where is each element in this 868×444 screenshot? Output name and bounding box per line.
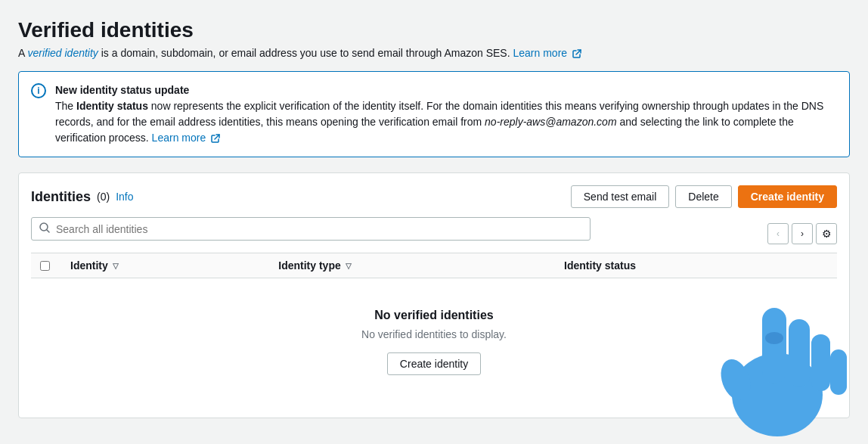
card-header-left: Identities (0) Info [31, 189, 134, 205]
checkbox-header [31, 253, 61, 278]
verified-identity-link[interactable]: verified identity [27, 47, 98, 59]
external-link-icon-banner [211, 134, 220, 143]
banner-text: New identity status update The Identity … [55, 82, 837, 146]
search-bar [31, 217, 591, 241]
empty-state-title: No verified identities [46, 309, 822, 322]
page-title: Verified identities [18, 18, 850, 42]
delete-button[interactable]: Delete [675, 185, 731, 208]
identity-type-sort-icon: ▽ [346, 262, 352, 270]
send-test-email-button[interactable]: Send test email [571, 185, 670, 208]
identity-sort-icon: ▽ [113, 262, 119, 270]
search-input[interactable] [56, 223, 582, 235]
select-all-checkbox[interactable] [40, 261, 50, 271]
pagination-next-button[interactable]: › [792, 223, 813, 244]
info-icon: i [31, 83, 46, 98]
card-header-right: Send test email Delete Create identity [571, 185, 837, 208]
empty-state: No verified identities No verified ident… [31, 278, 837, 405]
card-title: Identities [31, 189, 91, 205]
pagination-controls: ‹ › ⚙ [767, 223, 837, 244]
pagination-prev-button[interactable]: ‹ [767, 223, 789, 244]
empty-state-subtitle: No verified identities to display. [46, 328, 822, 340]
chevron-left-icon: ‹ [777, 228, 780, 239]
info-link[interactable]: Info [116, 191, 133, 203]
identity-column-header: Identity ▽ [61, 253, 269, 278]
learn-more-header-link[interactable]: Learn more [513, 47, 581, 59]
identities-table: Identity ▽ Identity type ▽ Identity stat… [31, 253, 837, 405]
settings-button[interactable]: ⚙ [816, 223, 837, 244]
page-subtitle: A verified identity is a domain, subdoma… [18, 47, 850, 59]
identity-type-column-header: Identity type ▽ [269, 253, 555, 278]
create-identity-header-button[interactable]: Create identity [738, 185, 837, 208]
search-row: ‹ › ⚙ [31, 217, 837, 250]
identities-card: Identities (0) Info Send test email Dele… [18, 172, 850, 418]
banner-title: New identity status update [55, 84, 189, 96]
count-badge: (0) [97, 191, 110, 203]
identity-status-column-header: Identity status [555, 253, 837, 278]
card-header: Identities (0) Info Send test email Dele… [31, 185, 837, 208]
gear-icon: ⚙ [822, 228, 832, 240]
external-link-icon [572, 49, 581, 58]
chevron-right-icon: › [801, 228, 804, 239]
search-icon [39, 222, 50, 235]
create-identity-empty-button[interactable]: Create identity [387, 352, 481, 375]
info-banner: i New identity status update The Identit… [18, 71, 850, 157]
learn-more-banner-link[interactable]: Learn more [152, 132, 220, 144]
